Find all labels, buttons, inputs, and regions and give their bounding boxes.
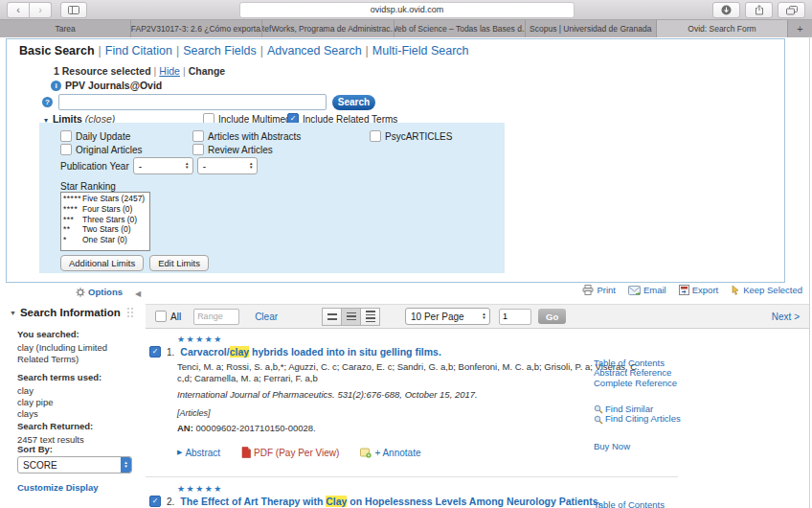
tab-multi-field-search[interactable]: Multi-Field Search bbox=[372, 44, 469, 58]
star-option[interactable]: *One Star (0) bbox=[63, 235, 147, 245]
annotate-link[interactable]: + Annotate bbox=[360, 448, 420, 458]
complete-reference-link[interactable]: Complete Reference bbox=[594, 379, 677, 388]
buy-now-link[interactable]: Buy Now bbox=[594, 441, 630, 451]
tab-refworks[interactable]: RefWorks, Programa de Administrac... bbox=[262, 20, 394, 37]
search-button[interactable]: Search bbox=[332, 95, 375, 110]
tab-ovid-active[interactable]: Ovid: Search Form bbox=[657, 20, 788, 37]
select-all-checkbox[interactable] bbox=[155, 311, 167, 322]
result-title-link[interactable]: Carvacrol/clay hybrids loaded into in si… bbox=[180, 346, 441, 358]
title-view-button[interactable] bbox=[342, 308, 361, 326]
back-button[interactable]: ‹ bbox=[7, 2, 30, 18]
result-title-link[interactable]: The Effect of Art Therapy with Clay on H… bbox=[180, 496, 600, 507]
magnifier-icon bbox=[594, 404, 603, 414]
star-option[interactable]: ***Three Stars (0) bbox=[63, 215, 147, 225]
options-link[interactable]: Options bbox=[88, 287, 123, 297]
resource-selected-label: 1 Resource selected bbox=[54, 65, 151, 77]
publication-year-row: Publication Year - ▲▼ - ▲▼ bbox=[60, 157, 258, 174]
lines-icon bbox=[366, 311, 375, 312]
print-link[interactable]: Print bbox=[582, 285, 616, 295]
customize-display-link[interactable]: Customize Display bbox=[17, 482, 98, 493]
articles-with-abstracts-checkbox[interactable] bbox=[192, 130, 204, 142]
star-ranking-label: Star Ranking bbox=[60, 181, 116, 192]
check-icon: ✓ bbox=[290, 115, 297, 123]
search-returned-block: Search Returned: 2457 text results bbox=[17, 421, 128, 446]
original-articles-checkbox[interactable] bbox=[60, 144, 72, 155]
range-input[interactable] bbox=[193, 309, 239, 325]
page-number-input[interactable] bbox=[499, 309, 531, 325]
year-from-select[interactable]: - ▲▼ bbox=[133, 157, 193, 174]
per-page-select[interactable]: 10 Per Page ▲▼ bbox=[405, 308, 490, 325]
star-option[interactable]: **Two Stars (0) bbox=[63, 224, 147, 235]
annotate-icon bbox=[360, 448, 372, 458]
tab-advanced-search[interactable]: Advanced Search bbox=[267, 44, 362, 58]
results-main: Print Email Export Keep Selected All Cle… bbox=[146, 281, 812, 508]
tab-web-of-science[interactable]: Web of Science – Todas las Bases d... bbox=[395, 20, 526, 37]
find-links: Find Similar Find Citing Articles bbox=[594, 404, 681, 425]
next-page-link[interactable]: Next > bbox=[772, 312, 800, 322]
view-toggle-group bbox=[322, 308, 380, 326]
additional-limits-button[interactable]: Additional Limits bbox=[60, 255, 144, 271]
edit-limits-button[interactable]: Edit Limits bbox=[149, 255, 209, 271]
tab-basic-search[interactable]: Basic Search bbox=[19, 44, 95, 58]
result-side-links: Table of Contents Abstract Reference Com… bbox=[594, 358, 677, 388]
tab-find-citation[interactable]: Find Citation bbox=[105, 44, 172, 58]
original-articles-option: Original Articles bbox=[60, 144, 142, 155]
search-information-sidebar: Options ◀ ▼ Search Information You searc… bbox=[0, 281, 142, 508]
search-term: clay pipe bbox=[17, 397, 128, 408]
star-option[interactable]: ****Four Stars (0) bbox=[63, 204, 147, 215]
collapse-panel-button[interactable]: ◀ bbox=[135, 289, 141, 298]
pdf-link[interactable]: PDF (Pay Per View) bbox=[241, 447, 339, 458]
new-tab-button[interactable]: + bbox=[788, 20, 812, 37]
sort-by-select[interactable]: SCORE ▲▼ bbox=[17, 456, 132, 473]
address-bar[interactable]: ovidsp.uk.ovid.com bbox=[239, 2, 575, 18]
change-link[interactable]: Change bbox=[189, 65, 226, 77]
info-icon[interactable]: i bbox=[51, 81, 61, 91]
star-rating: ★★★★★ bbox=[177, 335, 682, 344]
star-option[interactable]: *****Five Stars (2457) bbox=[63, 194, 147, 204]
tab-ffap[interactable]: FFAP2V31017-3: 2.6 ¿Cómo exporta... bbox=[131, 20, 262, 37]
hide-link[interactable]: Hide bbox=[159, 65, 180, 77]
psycarticles-checkbox[interactable] bbox=[370, 130, 381, 142]
search-input[interactable] bbox=[58, 94, 327, 110]
tab-bar: Tarea FFAP2V31017-3: 2.6 ¿Cómo exporta..… bbox=[0, 20, 812, 37]
tab-search-fields[interactable]: Search Fields bbox=[183, 44, 256, 58]
search-mode-nav: Basic Search|Find Citation|Search Fields… bbox=[19, 44, 469, 58]
share-button[interactable] bbox=[745, 2, 773, 18]
search-information-header[interactable]: ▼ Search Information bbox=[10, 307, 134, 318]
limits-panel: Daily Update Original Articles Articles … bbox=[39, 123, 505, 273]
sidebar-toggle-button[interactable] bbox=[60, 2, 87, 18]
citation-view-button[interactable] bbox=[322, 308, 342, 326]
sidebar-icon bbox=[68, 6, 79, 14]
search-term: clay bbox=[17, 385, 128, 397]
result-checkbox[interactable]: ✓ bbox=[149, 496, 161, 507]
results-section: Options ◀ ▼ Search Information You searc… bbox=[0, 281, 812, 508]
email-link[interactable]: Email bbox=[628, 285, 666, 295]
export-link[interactable]: Export bbox=[679, 285, 718, 295]
abstract-link[interactable]: ▶Abstract bbox=[177, 448, 220, 458]
review-articles-checkbox[interactable] bbox=[192, 144, 204, 155]
downloads-button[interactable] bbox=[712, 2, 740, 18]
stepper-icon: ▲▼ bbox=[479, 309, 489, 324]
tab-scopus[interactable]: Scopus | Universidad de Granada bbox=[526, 20, 657, 37]
download-icon bbox=[721, 5, 732, 15]
daily-update-checkbox[interactable] bbox=[60, 130, 72, 142]
collapse-section-icon[interactable]: ▼ bbox=[10, 310, 16, 316]
forward-button[interactable]: › bbox=[30, 2, 52, 18]
drag-handle-icon[interactable] bbox=[127, 308, 134, 318]
year-to-select[interactable]: - ▲▼ bbox=[197, 157, 258, 174]
table-of-contents-link[interactable]: Table of Contents bbox=[594, 499, 665, 508]
stepper-icon: ▲▼ bbox=[246, 158, 257, 173]
abstract-view-button[interactable] bbox=[361, 308, 380, 326]
review-articles-option: Review Articles bbox=[192, 144, 273, 155]
keep-selected-link[interactable]: Keep Selected bbox=[731, 285, 802, 295]
tab-tarea[interactable]: Tarea bbox=[0, 20, 131, 37]
check-icon: ✓ bbox=[152, 497, 159, 505]
star-rating: ★★★★★ bbox=[177, 484, 682, 494]
tab-overview-button[interactable] bbox=[778, 2, 805, 18]
result-checkbox[interactable]: ✓ bbox=[149, 346, 161, 358]
star-ranking-listbox[interactable]: *****Five Stars (2457) ****Four Stars (0… bbox=[60, 192, 150, 251]
go-button[interactable]: Go bbox=[538, 309, 566, 324]
clear-link[interactable]: Clear bbox=[255, 312, 278, 322]
find-citing-articles-link[interactable]: Find Citing Articles bbox=[594, 414, 681, 424]
help-icon[interactable]: ? bbox=[42, 97, 53, 107]
